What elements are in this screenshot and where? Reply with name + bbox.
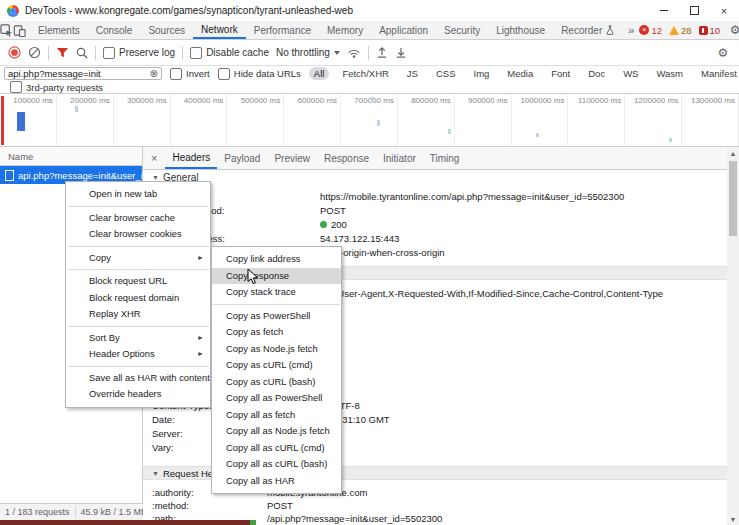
filter-pill-manifest[interactable]: Manifest — [696, 67, 739, 80]
filter-pill-font[interactable]: Font — [546, 67, 575, 80]
menu-item-override-headers[interactable]: Override headers — [66, 386, 210, 403]
filter-pill-ws[interactable]: WS — [618, 67, 643, 80]
copy-submenu: Copy link address Copy response Copy sta… — [211, 246, 342, 494]
network-settings-gear-icon[interactable]: ⚙ — [715, 46, 731, 60]
network-filter-bar: ⊗ Invert Hide data URLs All Fetch/XHR JS… — [0, 66, 739, 81]
menu-item-copy-all-as-nodejs-fetch[interactable]: Copy all as Node.js fetch — [212, 423, 341, 440]
menu-item-save-all-as-har[interactable]: Save all as HAR with content — [66, 370, 210, 387]
clear-network-log-icon[interactable] — [28, 46, 41, 59]
devtools-window: DevTools - www.kongregate.com/games/syna… — [0, 0, 739, 525]
name-column-header[interactable]: Name — [0, 147, 142, 166]
timeline-label: 1200000 ms — [625, 94, 682, 146]
invert-label: Invert — [186, 68, 210, 79]
filter-funnel-icon[interactable] — [56, 47, 69, 59]
menu-item-copy-as-curl-bash[interactable]: Copy as cURL (bash) — [212, 374, 341, 391]
maximize-button[interactable] — [679, 0, 709, 21]
menu-item-copy-all-as-curl-cmd[interactable]: Copy all as cURL (cmd) — [212, 440, 341, 457]
hide-data-urls-checkbox[interactable]: Hide data URLs — [218, 68, 301, 80]
third-party-requests-checkbox[interactable]: 3rd-party requests — [10, 81, 103, 93]
timeline-label: 900000 ms — [455, 94, 512, 146]
preserve-log-checkbox[interactable]: Preserve log — [103, 47, 175, 59]
disable-cache-checkbox[interactable]: Disable cache — [190, 47, 269, 59]
tab-elements[interactable]: Elements — [30, 21, 88, 39]
menu-item-copy-response[interactable]: Copy response — [212, 268, 341, 285]
scroll-down-icon[interactable]: ▼ — [727, 513, 739, 525]
menu-item-copy-all-as-powershell[interactable]: Copy all as PowerShell — [212, 390, 341, 407]
throttling-select[interactable]: No throttling — [276, 47, 340, 58]
tab-initiator[interactable]: Initiator — [376, 147, 423, 169]
divider — [95, 46, 96, 60]
filter-input[interactable] — [8, 68, 150, 79]
network-conditions-icon[interactable] — [347, 47, 361, 59]
scrollbar-thumb[interactable] — [729, 161, 737, 236]
tab-application[interactable]: Application — [371, 21, 436, 39]
close-detail-icon[interactable]: × — [143, 147, 165, 169]
filter-pill-all[interactable]: All — [309, 67, 330, 80]
tab-memory[interactable]: Memory — [319, 21, 371, 39]
timeline-label: 1000000 ms — [512, 94, 569, 146]
timeline-tick — [669, 138, 672, 142]
device-toolbar-icon[interactable] — [13, 21, 26, 39]
invert-checkbox[interactable]: Invert — [170, 68, 210, 80]
menu-item-header-options[interactable]: Header Options► — [66, 346, 210, 363]
tab-preview[interactable]: Preview — [267, 147, 317, 169]
more-tabs-button[interactable]: » — [623, 21, 639, 39]
filter-pill-doc[interactable]: Doc — [583, 67, 610, 80]
menu-item-block-request-domain[interactable]: Block request domain — [66, 290, 210, 307]
tab-recorder[interactable]: Recorder — [553, 21, 623, 39]
tab-lighthouse[interactable]: Lighthouse — [488, 21, 553, 39]
divider — [182, 46, 183, 60]
filter-pill-img[interactable]: Img — [469, 67, 495, 80]
menu-item-sort-by[interactable]: Sort By► — [66, 330, 210, 347]
menu-item-copy-stack-trace[interactable]: Copy stack trace — [212, 284, 341, 301]
warning-count: 28 — [681, 25, 692, 36]
error-badge[interactable]: × 12 — [639, 25, 662, 36]
filter-pill-css[interactable]: CSS — [431, 67, 461, 80]
tab-sources[interactable]: Sources — [140, 21, 193, 39]
tab-payload[interactable]: Payload — [217, 147, 267, 169]
menu-item-clear-browser-cookies[interactable]: Clear browser cookies — [66, 226, 210, 243]
record-button[interactable] — [8, 46, 21, 59]
timeline-label: 1100000 ms — [568, 94, 625, 146]
settings-gear-icon[interactable]: ⚙ — [727, 23, 739, 37]
menu-item-copy-all-as-har[interactable]: Copy all as HAR — [212, 473, 341, 490]
menu-item-copy-as-powershell[interactable]: Copy as PowerShell — [212, 308, 341, 325]
import-har-icon[interactable] — [376, 46, 388, 59]
menu-item-copy-all-as-fetch[interactable]: Copy all as fetch — [212, 407, 341, 424]
warning-badge[interactable]: 28 — [669, 25, 692, 36]
inspect-element-icon[interactable] — [0, 21, 13, 39]
tab-response[interactable]: Response — [317, 147, 376, 169]
network-status-bar: 1 / 183 requests 45.9 kB / 1.5 MB transf… — [0, 503, 143, 520]
close-button[interactable]: × — [709, 0, 739, 21]
menu-item-copy[interactable]: Copy► — [66, 250, 210, 267]
scroll-up-icon[interactable]: ▲ — [727, 147, 739, 159]
menu-item-block-request-url[interactable]: Block request URL — [66, 273, 210, 290]
menu-item-copy-all-as-curl-bash[interactable]: Copy all as cURL (bash) — [212, 456, 341, 473]
menu-item-clear-browser-cache[interactable]: Clear browser cache — [66, 210, 210, 227]
menu-item-open-in-new-tab[interactable]: Open in new tab — [66, 186, 210, 203]
tab-network[interactable]: Network — [193, 21, 246, 39]
clear-filter-icon[interactable]: ⊗ — [150, 69, 158, 79]
header-row: :method: POST — [152, 500, 293, 511]
menu-item-copy-as-curl-cmd[interactable]: Copy as cURL (cmd) — [212, 357, 341, 374]
experiment-flask-icon — [605, 25, 615, 36]
menu-item-replay-xhr[interactable]: Replay XHR — [66, 306, 210, 323]
menu-item-copy-link-address[interactable]: Copy link address — [212, 251, 341, 268]
filter-pill-media[interactable]: Media — [502, 67, 538, 80]
detail-scrollbar[interactable]: ▲ ▼ — [727, 147, 739, 525]
tab-headers[interactable]: Headers — [165, 147, 217, 169]
tab-timing[interactable]: Timing — [423, 147, 467, 169]
filter-pill-js[interactable]: JS — [402, 67, 423, 80]
filter-pill-fetch-xhr[interactable]: Fetch/XHR — [337, 67, 393, 80]
export-har-icon[interactable] — [395, 46, 407, 59]
menu-item-copy-as-fetch[interactable]: Copy as fetch — [212, 324, 341, 341]
search-icon[interactable] — [76, 47, 88, 59]
tab-security[interactable]: Security — [436, 21, 488, 39]
minimize-button[interactable] — [649, 0, 679, 21]
menu-item-copy-as-nodejs-fetch[interactable]: Copy as Node.js fetch — [212, 341, 341, 358]
issues-badge[interactable]: 10 — [699, 25, 721, 36]
tab-performance[interactable]: Performance — [246, 21, 319, 39]
tab-console[interactable]: Console — [88, 21, 141, 39]
network-overview-timeline[interactable]: 100000 ms 200000 ms 300000 ms 400000 ms … — [0, 94, 739, 147]
filter-pill-wasm[interactable]: Wasm — [651, 67, 688, 80]
